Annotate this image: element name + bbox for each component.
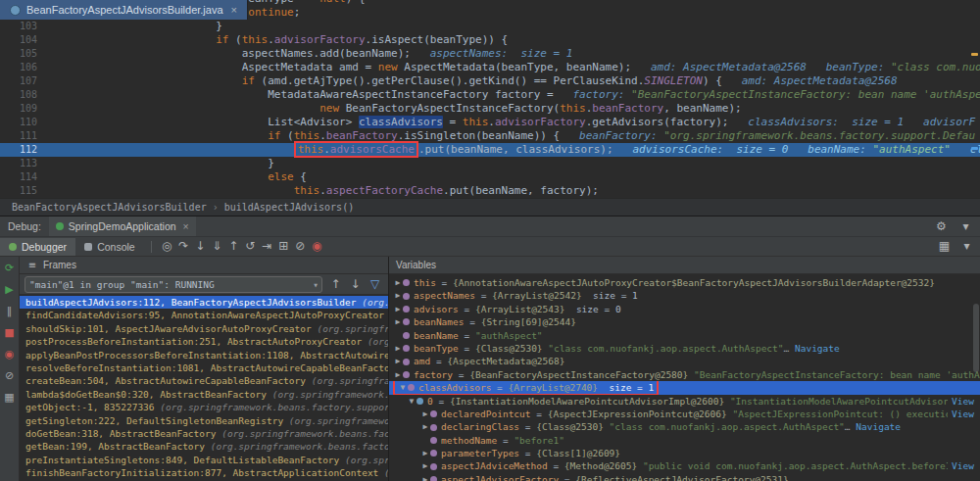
line-number[interactable]: 106 — [0, 61, 47, 74]
variable-row[interactable]: ▶declaringClass = {Class@2530} "class co… — [389, 420, 980, 433]
expander-icon[interactable]: ▶ — [393, 368, 403, 381]
line-number[interactable]: 107 — [0, 74, 47, 88]
step-over-icon[interactable]: ↷ — [175, 238, 192, 255]
expander-icon[interactable]: ▶ — [420, 473, 430, 481]
code-line[interactable]: 103 } — [0, 20, 980, 33]
tab-debugger[interactable]: Debugger — [0, 238, 75, 256]
rerun-icon[interactable]: ⟳ — [2, 262, 17, 275]
expander-icon[interactable]: ▶ — [393, 289, 403, 302]
frame-row[interactable]: doGetBean:318, AbstractBeanFactory (org.… — [20, 427, 388, 440]
stop-icon[interactable]: ■ — [2, 326, 17, 340]
breadcrumb-method[interactable]: buildAspectJAdvisors() — [224, 202, 354, 213]
code-line[interactable]: 105 aspectNames.add(beanName); aspectNam… — [0, 47, 980, 61]
show-execution-point-icon[interactable]: ◎ — [159, 238, 175, 255]
stripe-mark[interactable] — [971, 147, 978, 150]
thread-selector[interactable]: "main"@1 in group "main": RUNNING▾ — [24, 276, 322, 293]
code-line[interactable]: 109 new BeanFactoryAspectInstanceFactory… — [0, 102, 980, 116]
pin-tab-icon[interactable]: ▾ — [958, 238, 975, 255]
layout-settings-icon[interactable]: ▦ — [936, 238, 953, 255]
expander-icon[interactable]: ▶ — [420, 459, 430, 472]
variable-row[interactable]: ▶declaredPointcut = {AspectJExpressionPo… — [389, 408, 980, 420]
view-link[interactable]: View — [948, 395, 980, 408]
code-line[interactable]: 104 if (this.advisorFactory.isAspect(bea… — [0, 33, 980, 47]
expander-icon[interactable]: ▼ — [407, 395, 416, 408]
frame-row[interactable]: finishBeanFactoryInitialization:877, Abs… — [20, 466, 388, 479]
run-to-cursor-icon[interactable]: ⇥ — [259, 238, 275, 255]
view-breakpoints-icon[interactable]: ◉ — [309, 238, 325, 255]
frame-row[interactable]: lambda$doGetBean$0:320, AbstractBeanFact… — [20, 388, 388, 401]
frame-row[interactable]: shouldSkip:101, AspectJAwareAdvisorAutoP… — [20, 322, 388, 335]
code-line[interactable]: 112 this.advisorsCache.put(beanName, cla… — [0, 143, 980, 157]
hide-panel-icon[interactable]: ▾ — [957, 218, 974, 235]
variable-row[interactable]: ▶aspectJAdvisorFactory = {ReflectiveAspe… — [389, 473, 980, 481]
line-number[interactable]: 114 — [0, 170, 47, 184]
frame-row[interactable]: getObject:-1, 835227336 (org.springframe… — [20, 401, 388, 413]
view-link[interactable]: View — [948, 408, 980, 420]
mute-breakpoints-icon[interactable]: ⊘ — [292, 238, 309, 255]
hide-library-frames-icon[interactable]: ▽ — [367, 276, 383, 293]
expander-icon[interactable]: ▶ — [393, 303, 403, 315]
variable-row[interactable]: ▶beanNames = {String[69]@2544} — [389, 315, 980, 328]
expander-icon[interactable]: ▶ — [393, 276, 403, 289]
evaluate-expression-icon[interactable]: ⊞ — [275, 238, 292, 255]
step-into-icon[interactable]: ↓ — [192, 238, 209, 255]
variable-row[interactable]: ▶aspectNames = {ArrayList@2542} size = 1 — [389, 289, 980, 302]
expander-icon[interactable]: ▶ — [420, 447, 430, 459]
line-number[interactable]: 110 — [0, 116, 47, 129]
step-out-icon[interactable]: ↑ — [225, 238, 242, 255]
variable-row[interactable]: ▶advisors = {ArrayList@2543} size = 0 — [389, 303, 980, 315]
line-number[interactable]: 113 — [0, 157, 47, 170]
stripe-mark[interactable] — [971, 53, 978, 56]
navigate-link[interactable]: Navigate — [856, 420, 901, 433]
code-line[interactable]: 110 List<Advisor> classAdvisors = this.a… — [0, 116, 980, 129]
line-number[interactable]: 105 — [0, 47, 47, 61]
variables-scrollbar[interactable] — [973, 304, 979, 372]
drop-frame-icon[interactable]: ↺ — [242, 238, 259, 255]
expander-icon[interactable]: ▶ — [420, 408, 430, 420]
resume-icon[interactable]: ▶ — [2, 283, 17, 297]
restore-layout-icon[interactable]: ▦ — [2, 391, 17, 405]
variable-row[interactable]: beanName = "authAspect" — [389, 329, 980, 342]
frame-row[interactable]: createBean:504, AbstractAutowireCapableB… — [20, 374, 388, 387]
frame-row[interactable]: applyBeanPostProcessorsBeforeInstantiati… — [20, 349, 388, 361]
tab-console[interactable]: Console — [75, 238, 144, 256]
code-line[interactable]: 108 MetadataAwareAspectInstanceFactory f… — [0, 88, 980, 102]
expander-icon[interactable]: ▼ — [398, 381, 408, 394]
code-line[interactable]: 106 AspectMetadata amd = new AspectMetad… — [0, 61, 980, 74]
line-number[interactable]: 104 — [0, 33, 47, 47]
close-tab-icon[interactable]: × — [231, 4, 237, 16]
force-step-into-icon[interactable]: ⇓ — [209, 238, 225, 255]
expander-icon[interactable]: ▶ — [393, 342, 403, 355]
next-frame-icon[interactable]: ↓ — [347, 276, 364, 293]
line-number[interactable]: 109 — [0, 102, 47, 116]
line-number[interactable]: 112 — [0, 143, 47, 157]
pause-icon[interactable]: ‖ — [2, 305, 17, 318]
variable-row[interactable]: ▶amd = {AspectMetadata@2568} — [389, 355, 980, 367]
settings-icon[interactable]: ⚙ — [933, 218, 950, 235]
variable-row[interactable]: ▶beanType = {Class@2530} "class com.nuof… — [389, 342, 980, 355]
close-session-icon[interactable]: × — [183, 220, 189, 232]
frame-row[interactable]: postProcessBeforeInstantiation:251, Abst… — [20, 335, 388, 348]
variable-row[interactable]: ▶parameterTypes = {Class[1]@2609} — [389, 447, 980, 459]
variable-row[interactable]: ▶factory = {BeanFactoryAspectInstanceFac… — [389, 368, 980, 381]
frame-row[interactable]: resolveBeforeInstantiation:1081, Abstrac… — [20, 361, 388, 374]
frame-row[interactable]: findCandidateAdvisors:95, AnnotationAwar… — [20, 309, 388, 321]
previous-frame-icon[interactable]: ↑ — [327, 276, 344, 293]
code-line[interactable]: 113 } — [0, 157, 980, 170]
error-stripe[interactable] — [968, 0, 980, 198]
frame-row[interactable]: preInstantiateSingletons:849, DefaultLis… — [20, 454, 388, 466]
frame-row[interactable]: getBean:199, AbstractBeanFactory (org.sp… — [20, 440, 388, 453]
code-line[interactable]: 114 else { — [0, 170, 980, 184]
variable-row[interactable]: methodName = "before1" — [389, 434, 980, 447]
debug-session-tab[interactable]: SpringDemoApplication × — [49, 216, 196, 236]
navigate-link[interactable]: Navigate — [795, 342, 840, 355]
line-number[interactable]: 115 — [0, 184, 47, 198]
code-line[interactable]: 107 if (amd.getAjType().getPerClause().g… — [0, 74, 980, 88]
code-line[interactable]: 115 this.aspectFactoryCache.put(beanName… — [0, 184, 980, 198]
expander-icon[interactable]: ▶ — [420, 420, 430, 433]
expander-icon[interactable]: ▶ — [393, 355, 403, 367]
view-breakpoints-icon[interactable]: ◉ — [2, 348, 17, 361]
mute-breakpoints-icon[interactable]: ⊘ — [2, 369, 17, 383]
frame-row[interactable]: getSingleton:222, DefaultSingletonBeanRe… — [20, 414, 388, 427]
frame-row[interactable]: buildAspectJAdvisors:112, BeanFactoryAsp… — [20, 296, 388, 309]
